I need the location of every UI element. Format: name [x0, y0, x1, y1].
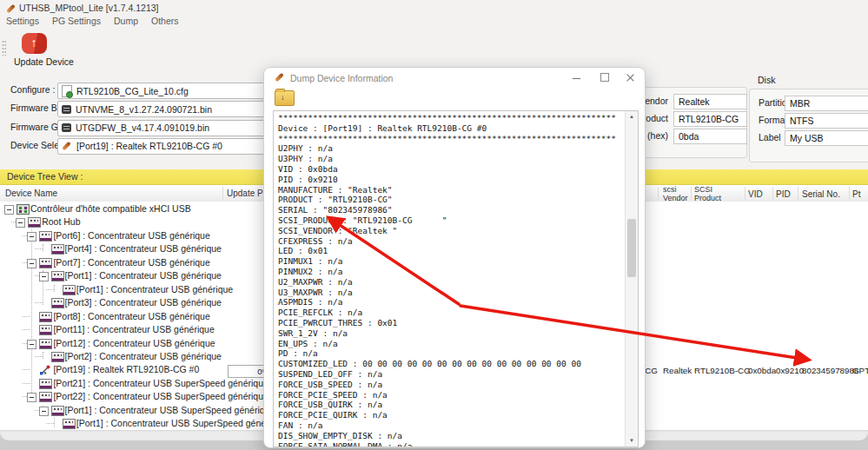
application-window: UTHSB_MPtool_Lite [v1.7.4.1213] Settings… — [0, 0, 868, 450]
collapse-expander-icon[interactable] — [16, 218, 25, 228]
row-value-scsi-vendor: Realtek — [663, 366, 692, 375]
maximize-icon[interactable] — [598, 71, 612, 83]
tree-connector — [46, 289, 54, 290]
tree-item-label: [Port22] : Concentrateur USB SuperSpeed … — [53, 391, 268, 401]
row-value-partition-style: GPT — [852, 366, 868, 375]
tree-connector — [23, 329, 30, 330]
save-to-folder-icon[interactable] — [275, 90, 295, 106]
toolbar-drag-handle[interactable] — [2, 40, 6, 56]
column-header[interactable]: SCSI Product — [694, 186, 721, 202]
tree-item-label: [Port1] : Concentrateur USB générique — [65, 270, 222, 281]
row-value-vid: 0x0bda — [748, 366, 776, 375]
minimize-icon[interactable] — [570, 71, 584, 83]
field-value: RTL9210B_CG_Lite_10.cfg — [76, 86, 189, 96]
column-header[interactable]: PID — [776, 189, 791, 199]
device-tree-view-label: Device Tree View : — [7, 171, 83, 182]
scrollbar-thumb[interactable] — [627, 219, 636, 277]
hub-icon — [51, 406, 64, 416]
disk-group: PartitionMBRFormatNTFSLabelMy USB — [749, 89, 868, 162]
tree-connector — [46, 423, 54, 424]
device-info-group: VendorRealtekProductRTL9210B-CGVID (hex)… — [633, 87, 747, 158]
menu-item-others[interactable]: Others — [151, 16, 179, 30]
device-select-field[interactable]: [Port19] : Realtek RTL9210B-CG #0 — [57, 138, 290, 155]
update-device-button[interactable]: ↑ Update Device — [14, 33, 54, 68]
tree-item-label: [Port1] : Concentrateur USB générique — [76, 284, 233, 294]
column-separator[interactable] — [798, 187, 798, 200]
group-row-value[interactable]: 0bda — [673, 129, 747, 144]
group-row-value[interactable]: My USB — [785, 130, 868, 146]
tree-connector — [35, 356, 43, 357]
menu-item-settings[interactable]: Settings — [6, 16, 39, 30]
firmware-gd-field[interactable]: UTGDFW_B_v4.17.4.091019.bin — [57, 120, 290, 136]
scroll-up-icon[interactable]: ▲ — [626, 111, 638, 122]
update-device-label: Update Device — [14, 56, 54, 67]
group-row-label: Label — [759, 130, 783, 144]
dump-device-information-dialog: Dump Device Information ****************… — [263, 67, 646, 448]
hub-icon — [63, 419, 76, 429]
column-separator[interactable] — [691, 187, 692, 200]
group-row-value[interactable]: MBR — [785, 96, 868, 111]
tree-item-label: [Port1] : Concentrateur USB SuperSpeed g… — [65, 405, 275, 415]
collapse-expander-icon[interactable] — [27, 393, 36, 402]
tree-item-label: [Port6] : Concentrateur USB générique — [53, 230, 209, 241]
hub-icon — [39, 258, 52, 268]
tree-item-label: Contrôleur d'hôte compatible xHCI USB — [30, 203, 191, 214]
tree-item-label: [Port1] : Concentrateur USB SuperSpeed g… — [76, 418, 287, 428]
column-separator[interactable] — [772, 187, 773, 200]
close-icon[interactable] — [624, 71, 638, 83]
row-value-serial-no: 802345978986 — [802, 366, 858, 375]
hub-icon — [51, 244, 64, 255]
usb-device-icon — [39, 364, 50, 375]
hub-icon — [39, 231, 52, 242]
console-scrollbar[interactable]: ▲ ▼ — [625, 111, 638, 447]
tree-connector — [23, 383, 30, 384]
column-separator[interactable] — [745, 187, 745, 200]
column-header[interactable]: scsi Vendor — [663, 186, 688, 202]
tree-connector — [35, 302, 43, 303]
pen-icon — [62, 141, 72, 151]
collapse-expander-icon[interactable] — [39, 407, 49, 416]
menu-item-pg-settings[interactable]: PG Settings — [52, 16, 101, 30]
firmware-icon — [62, 105, 71, 114]
tree-item-label: [Port4] : Concentrateur USB générique — [65, 243, 222, 254]
console-output: ****************************************… — [274, 111, 638, 447]
collapse-expander-icon[interactable] — [27, 232, 36, 242]
console-panel: ****************************************… — [273, 110, 639, 447]
collapse-expander-icon[interactable] — [4, 205, 14, 215]
column-header[interactable]: Serial No. — [802, 189, 840, 199]
firmware-icon — [62, 123, 71, 132]
column-separator[interactable] — [658, 187, 659, 200]
collapse-expander-icon[interactable] — [27, 340, 36, 349]
group-row-value[interactable]: RTL9210B-CG — [673, 111, 747, 127]
tree-item-label: [Port11] : Concentrateur USB générique — [53, 324, 214, 334]
tree-item-label: [Port12] : Concentrateur USB générique — [53, 338, 215, 348]
group-row-value[interactable]: NTFS — [785, 113, 868, 129]
config-file-icon — [62, 85, 72, 97]
collapse-expander-icon[interactable] — [27, 259, 36, 268]
column-separator[interactable] — [222, 187, 223, 200]
tree-item-label: [Port2] : Concentrateur USB générique — [65, 351, 222, 361]
menu-bar: SettingsPG SettingsDumpOthers — [6, 16, 179, 30]
field-value: UTGDFW_B_v4.17.4.091019.bin — [76, 122, 209, 133]
field-value: [Port19] : Realtek RTL9210B-CG #0 — [76, 141, 222, 151]
menu-item-dump[interactable]: Dump — [114, 16, 138, 30]
column-separator[interactable] — [849, 187, 850, 200]
tree-item-label: [Port19] : Realtek RTL9210B-CG #0 — [53, 364, 199, 374]
tree-item-label: [Port3] : Concentrateur USB générique — [65, 297, 222, 308]
hub-icon — [51, 298, 64, 308]
column-device-name[interactable]: Device Name — [5, 189, 57, 198]
configure-field[interactable]: RTL9210B_CG_Lite_10.cfg — [57, 83, 290, 99]
dialog-title: Dump Device Information — [290, 73, 393, 83]
firmware-bin-field[interactable]: UTNVME_8_v1.27.24.090721.bin — [57, 101, 290, 117]
tree-item-label: Root Hub — [42, 216, 80, 227]
tree-connector — [23, 316, 30, 317]
app-icon — [6, 3, 17, 14]
tree-item-label: [Port7] : Concentrateur USB générique — [53, 257, 209, 268]
column-header[interactable]: Pt — [852, 189, 860, 199]
scroll-down-icon[interactable]: ▼ — [626, 435, 638, 447]
column-header[interactable]: VID — [748, 189, 763, 199]
hub-icon — [39, 339, 52, 349]
group-row-value[interactable]: Realtek — [673, 94, 747, 109]
controller-icon — [17, 204, 30, 215]
collapse-expander-icon[interactable] — [39, 272, 49, 281]
